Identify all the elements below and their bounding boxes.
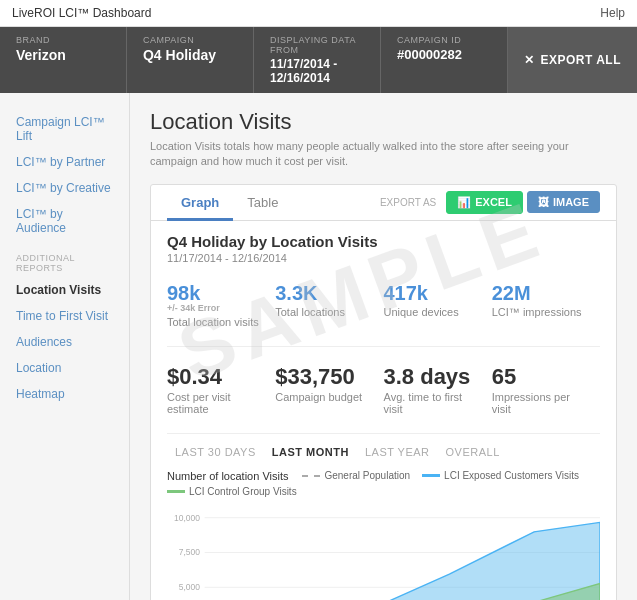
stat-unique-devices: 417k Unique devices bbox=[384, 274, 492, 336]
legend-dot-green bbox=[167, 490, 185, 493]
svg-text:10,000: 10,000 bbox=[174, 512, 200, 522]
stat-value-cost: $0.34 bbox=[167, 365, 265, 389]
chart-svg: 10,000 7,500 5,000 2,500 0 11/17/14 bbox=[167, 503, 600, 600]
sidebar-item-location-visits[interactable]: Location Visits bbox=[0, 277, 129, 303]
chart-area: Number of location Visits General Popula… bbox=[151, 462, 616, 600]
tab-graph[interactable]: Graph bbox=[167, 185, 233, 221]
stat-error-total-visits: +/- 34k Error bbox=[167, 304, 265, 314]
main-card: SAMPLE Graph Table EXPORT AS 📊 EXCEL 🖼 I… bbox=[150, 184, 617, 600]
additional-reports-label: ADDITIONAL REPORTS bbox=[0, 241, 129, 277]
campaign-label: CAMPAIGN bbox=[143, 35, 237, 45]
campaign-id-label: CAMPAIGN ID bbox=[397, 35, 491, 45]
sidebar: Campaign LCI™ Lift LCI™ by Partner LCI™ … bbox=[0, 93, 130, 600]
stat-label-avg-time: Avg. time to first visit bbox=[384, 391, 482, 415]
stat-value-avg-time: 3.8 days bbox=[384, 365, 482, 389]
chart-exposed-area bbox=[205, 522, 600, 600]
tab-table[interactable]: Table bbox=[233, 185, 292, 221]
svg-text:5,000: 5,000 bbox=[179, 582, 200, 592]
stat-value-impressions-visit: 65 bbox=[492, 365, 590, 389]
brand-label: BRAND bbox=[16, 35, 110, 45]
export-all-button[interactable]: ✕ EXPORT ALL bbox=[508, 27, 637, 93]
stat-value-impressions: 22M bbox=[492, 282, 590, 304]
legend-label-exposed: LCI Exposed Customers Visits bbox=[444, 470, 579, 481]
stats-header: Q4 Holiday by Location Visits 11/17/2014… bbox=[151, 221, 616, 264]
legend-control: LCI Control Group Visits bbox=[167, 486, 297, 497]
period-tab-last-year[interactable]: LAST YEAR bbox=[357, 442, 438, 462]
sidebar-item-time-to-visit[interactable]: Time to First Visit bbox=[0, 303, 129, 329]
export-icon: ✕ bbox=[524, 53, 535, 67]
campaign-value: Q4 Holiday bbox=[143, 47, 237, 63]
help-link[interactable]: Help bbox=[600, 6, 625, 20]
period-tab-overall[interactable]: OVERALL bbox=[438, 442, 508, 462]
stat-total-locations: 3.3K Total locations bbox=[275, 274, 383, 336]
page-title: Location Visits bbox=[150, 109, 617, 135]
stat-avg-time: 3.8 days Avg. time to first visit bbox=[384, 357, 492, 423]
chart-legend: Number of location Visits General Popula… bbox=[167, 470, 600, 497]
campaign-id-value: #00000282 bbox=[397, 47, 491, 62]
export-excel-button[interactable]: 📊 EXCEL bbox=[446, 191, 523, 214]
stat-value-devices: 417k bbox=[384, 282, 482, 304]
excel-icon: 📊 bbox=[457, 196, 471, 209]
sidebar-item-lci-creative[interactable]: LCI™ by Creative bbox=[0, 175, 129, 201]
stat-value-total-visits: 98k +/- 34k Error bbox=[167, 282, 265, 314]
stat-value-locations: 3.3K bbox=[275, 282, 373, 304]
svg-text:7,500: 7,500 bbox=[179, 547, 200, 557]
sidebar-item-audiences[interactable]: Audiences bbox=[0, 329, 129, 355]
view-tabs: Graph Table bbox=[167, 185, 292, 220]
stat-label-devices: Unique devices bbox=[384, 306, 482, 318]
legend-label-general: General Population bbox=[324, 470, 410, 481]
excel-label: EXCEL bbox=[475, 196, 512, 208]
export-as-label: EXPORT AS bbox=[380, 197, 436, 208]
stat-label-impressions-visit: Impressions per visit bbox=[492, 391, 590, 415]
sidebar-item-lci-partner[interactable]: LCI™ by Partner bbox=[0, 149, 129, 175]
date-range-label: DISPLAYING DATA FROM bbox=[270, 35, 364, 55]
image-icon: 🖼 bbox=[538, 196, 549, 208]
main-content: Location Visits Location Visits totals h… bbox=[130, 93, 637, 600]
tabs-row: Graph Table EXPORT AS 📊 EXCEL 🖼 IMAGE bbox=[151, 185, 616, 221]
stats-row-1: 98k +/- 34k Error Total location visits … bbox=[151, 264, 616, 346]
sidebar-item-location[interactable]: Location bbox=[0, 355, 129, 381]
image-label: IMAGE bbox=[553, 196, 589, 208]
sidebar-item-campaign-lift[interactable]: Campaign LCI™ Lift bbox=[0, 109, 129, 149]
stats-title: Q4 Holiday by Location Visits bbox=[167, 233, 600, 250]
export-row: EXPORT AS 📊 EXCEL 🖼 IMAGE bbox=[380, 191, 600, 214]
campaign-bar: BRAND Verizon CAMPAIGN Q4 Holiday DISPLA… bbox=[0, 27, 637, 93]
stat-lci-impressions: 22M LCI™ impressions bbox=[492, 274, 600, 336]
stat-campaign-budget: $33,750 Campaign budget bbox=[275, 357, 383, 423]
date-range-item: DISPLAYING DATA FROM 11/17/2014 - 12/16/… bbox=[254, 27, 381, 93]
campaign-item: CAMPAIGN Q4 Holiday bbox=[127, 27, 254, 93]
date-range-value: 11/17/2014 - 12/16/2014 bbox=[270, 57, 364, 85]
brand-value: Verizon bbox=[16, 47, 110, 63]
brand-item: BRAND Verizon bbox=[0, 27, 127, 93]
topbar: LiveROI LCI™ Dashboard Help bbox=[0, 0, 637, 27]
stat-label-total-visits: Total location visits bbox=[167, 316, 265, 328]
chart-legend-title: Number of location Visits bbox=[167, 470, 288, 482]
stat-value-budget: $33,750 bbox=[275, 365, 373, 389]
page-description: Location Visits totals how many people a… bbox=[150, 139, 617, 170]
period-tab-30days[interactable]: LAST 30 DAYS bbox=[167, 442, 264, 462]
stat-label-budget: Campaign budget bbox=[275, 391, 373, 403]
stat-label-impressions: LCI™ impressions bbox=[492, 306, 590, 318]
export-image-button[interactable]: 🖼 IMAGE bbox=[527, 191, 600, 213]
period-tab-last-month[interactable]: LAST MONTH bbox=[264, 442, 357, 462]
main-layout: Campaign LCI™ Lift LCI™ by Partner LCI™ … bbox=[0, 93, 637, 600]
stat-impressions-per-visit: 65 Impressions per visit bbox=[492, 357, 600, 423]
stats-date: 11/17/2014 - 12/16/2014 bbox=[167, 252, 600, 264]
stat-total-location-visits: 98k +/- 34k Error Total location visits bbox=[167, 274, 275, 336]
legend-dot-blue bbox=[422, 474, 440, 477]
stat-cost-per-visit: $0.34 Cost per visit estimate bbox=[167, 357, 275, 423]
campaign-id-item: CAMPAIGN ID #00000282 bbox=[381, 27, 508, 93]
stat-label-locations: Total locations bbox=[275, 306, 373, 318]
stats-row-2: $0.34 Cost per visit estimate $33,750 Ca… bbox=[151, 347, 616, 433]
sidebar-item-heatmap[interactable]: Heatmap bbox=[0, 381, 129, 407]
legend-label-control: LCI Control Group Visits bbox=[189, 486, 297, 497]
app-logo: LiveROI LCI™ Dashboard bbox=[12, 6, 151, 20]
stat-label-cost: Cost per visit estimate bbox=[167, 391, 265, 415]
export-all-label: EXPORT ALL bbox=[540, 53, 621, 67]
sidebar-item-lci-audience[interactable]: LCI™ by Audience bbox=[0, 201, 129, 241]
chart-svg-container: 10,000 7,500 5,000 2,500 0 11/17/14 bbox=[167, 503, 600, 600]
legend-dot-dashed bbox=[302, 475, 320, 477]
period-tabs: LAST 30 DAYS LAST MONTH LAST YEAR OVERAL… bbox=[151, 434, 616, 462]
legend-exposed: LCI Exposed Customers Visits bbox=[422, 470, 579, 481]
legend-general-pop: General Population bbox=[302, 470, 410, 481]
